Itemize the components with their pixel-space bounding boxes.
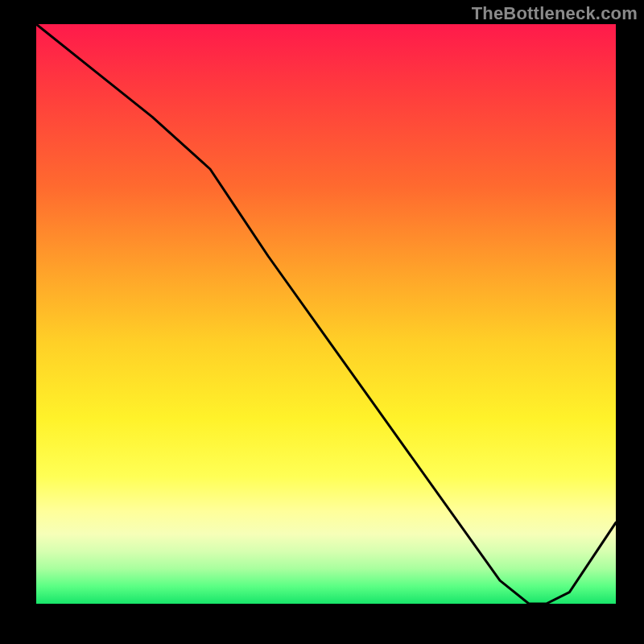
curve-line [36,24,616,604]
attribution-text: TheBottleneck.com [472,3,638,24]
plot-area [36,24,616,604]
chart-frame: TheBottleneck.com [0,0,644,644]
